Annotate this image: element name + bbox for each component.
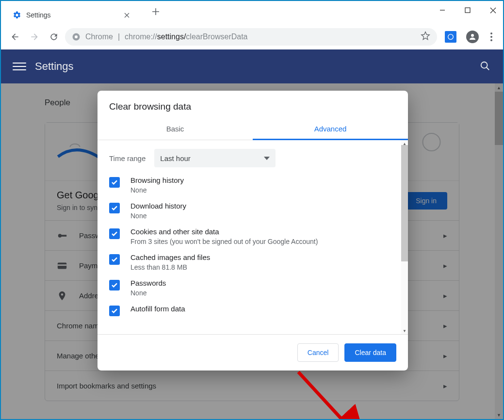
search-settings-icon[interactable] xyxy=(480,61,491,72)
settings-title: Settings xyxy=(35,60,74,73)
dialog-footer: Cancel Clear data xyxy=(98,334,408,371)
dialog-title: Clear browsing data xyxy=(98,91,408,119)
svg-point-5 xyxy=(490,32,492,34)
time-range-dropdown[interactable]: Last hour xyxy=(154,149,276,167)
window-controls xyxy=(437,5,498,16)
svg-point-7 xyxy=(490,39,492,41)
maximize-button[interactable] xyxy=(462,5,473,16)
check-row-5[interactable]: Autofill form data xyxy=(98,301,408,320)
checkbox[interactable] xyxy=(109,177,120,188)
reload-button[interactable] xyxy=(46,29,62,45)
url-scheme: Chrome xyxy=(85,32,113,41)
check-title: Cookies and other site data xyxy=(130,227,318,236)
profile-button[interactable] xyxy=(466,31,479,43)
svg-point-3 xyxy=(448,34,454,40)
tab-advanced[interactable]: Advanced xyxy=(253,119,408,140)
check-title: Cached images and files xyxy=(130,253,210,261)
check-title: Autofill form data xyxy=(130,305,185,313)
extension-icon[interactable] xyxy=(445,31,456,43)
time-range-label: Time range xyxy=(109,154,146,162)
site-info-icon xyxy=(72,32,81,41)
new-tab-button[interactable] xyxy=(151,7,161,16)
svg-point-4 xyxy=(471,34,474,37)
clear-browsing-data-dialog: Clear browsing data Basic Advanced Time … xyxy=(98,91,408,371)
check-subtitle: Less than 81.8 MB xyxy=(130,263,210,271)
close-window-button[interactable] xyxy=(488,5,498,16)
checkbox[interactable] xyxy=(109,203,120,213)
dialog-tabs: Basic Advanced xyxy=(98,119,408,140)
svg-rect-0 xyxy=(465,8,470,13)
check-row-0[interactable]: Browsing historyNone xyxy=(98,172,408,198)
url-text: chrome://settings/clearBrowserData xyxy=(125,32,247,41)
hamburger-menu-icon[interactable] xyxy=(13,60,26,73)
back-button[interactable] xyxy=(7,29,23,45)
check-row-2[interactable]: Cookies and other site dataFrom 3 sites … xyxy=(98,224,408,249)
check-subtitle: From 3 sites (you won't be signed out of… xyxy=(130,238,318,245)
clear-data-button[interactable]: Clear data xyxy=(344,343,396,362)
check-title: Passwords xyxy=(130,279,166,287)
gear-icon xyxy=(13,11,21,19)
address-bar[interactable]: Chrome | chrome://settings/clearBrowserD… xyxy=(65,28,437,46)
check-title: Browsing history xyxy=(130,176,184,184)
checkbox[interactable] xyxy=(109,280,120,291)
check-row-1[interactable]: Download historyNone xyxy=(98,198,408,224)
dialog-scrollbar[interactable]: ▲ ▼ xyxy=(401,140,408,334)
window-titlebar: Settings xyxy=(1,1,503,24)
svg-point-2 xyxy=(75,35,78,38)
minimize-button[interactable] xyxy=(437,5,448,16)
settings-header: Settings xyxy=(1,49,503,83)
checkbox[interactable] xyxy=(109,306,120,316)
check-title: Download history xyxy=(130,202,186,210)
scrollbar-thumb[interactable] xyxy=(401,145,408,261)
browser-tab[interactable]: Settings xyxy=(1,1,137,24)
check-subtitle: None xyxy=(130,186,184,194)
url-divider: | xyxy=(118,32,120,41)
checkbox[interactable] xyxy=(109,254,120,265)
svg-point-8 xyxy=(481,62,488,68)
browser-toolbar: Chrome | chrome://settings/clearBrowserD… xyxy=(1,24,503,49)
kebab-menu-icon[interactable] xyxy=(486,31,497,43)
dialog-body: Time range Last hour Browsing historyNon… xyxy=(98,140,408,334)
tab-title: Settings xyxy=(26,11,51,19)
chevron-down-icon xyxy=(264,157,270,160)
time-range-value: Last hour xyxy=(160,154,191,162)
check-subtitle: None xyxy=(130,212,186,220)
time-range-row: Time range Last hour xyxy=(98,140,408,172)
svg-point-6 xyxy=(490,36,492,38)
page-content: People Get Google smarts in Chrome Sign … xyxy=(1,83,503,419)
check-row-4[interactable]: PasswordsNone xyxy=(98,275,408,301)
bookmark-star-icon[interactable] xyxy=(421,31,430,43)
check-row-3[interactable]: Cached images and filesLess than 81.8 MB xyxy=(98,249,408,275)
check-subtitle: None xyxy=(130,289,166,297)
scroll-down-icon[interactable]: ▼ xyxy=(401,327,408,334)
cancel-button[interactable]: Cancel xyxy=(297,343,339,362)
checkbox[interactable] xyxy=(109,228,120,239)
forward-button[interactable] xyxy=(26,29,43,45)
close-tab-icon[interactable] xyxy=(124,12,130,18)
tab-basic[interactable]: Basic xyxy=(98,119,253,140)
